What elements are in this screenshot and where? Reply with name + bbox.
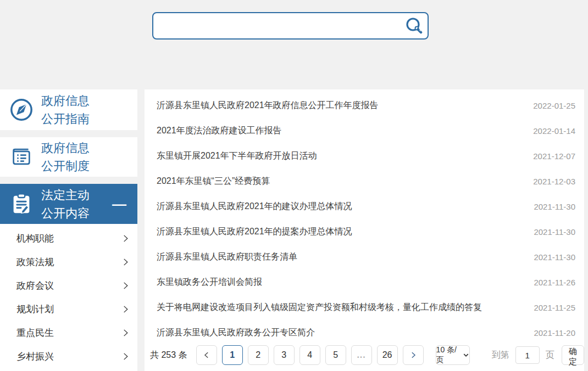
- article-date: 2021-12-07: [533, 151, 575, 161]
- sidebar-item-label: 政府信息 公开指南: [41, 92, 90, 128]
- search-input[interactable]: [153, 13, 401, 38]
- chevron-right-icon: [121, 282, 130, 290]
- clipboard-pencil-icon: [9, 192, 34, 217]
- article-list: 沂源县东里镇人民政府2021年政府信息公开工作年度报告 2022-01-25 2…: [145, 89, 584, 345]
- label-line-2: 公开内容: [41, 206, 90, 220]
- sidebar-item-planning[interactable]: 规划计划: [0, 297, 137, 321]
- page-size-select[interactable]: 10 条/页: [436, 345, 470, 365]
- page-size-label: 10 条/页: [436, 345, 459, 365]
- article-list-panel: 沂源县东里镇人民政府2021年政府信息公开工作年度报告 2022-01-25 2…: [145, 89, 584, 371]
- chevron-right-icon: [121, 305, 130, 313]
- article-date: 2021-12-03: [533, 177, 575, 186]
- list-item: 2021年度法治政府建设工作报告 2022-01-14: [145, 118, 584, 143]
- menu-item-label: 乡村振兴: [16, 350, 54, 363]
- collapse-indicator[interactable]: —: [112, 197, 126, 211]
- page-ellipsis-button[interactable]: ...: [351, 345, 372, 365]
- article-link[interactable]: 沂源县东里镇人民政府2021年政府信息公开工作年度报告: [157, 100, 526, 111]
- prev-page-button[interactable]: [196, 345, 217, 365]
- page-button-4[interactable]: 4: [299, 345, 320, 365]
- compass-icon: [9, 97, 34, 122]
- sidebar: 政府信息 公开指南 政府信息 公开制度 法定主动 公开内容: [0, 89, 137, 371]
- total-count-label: 共 253 条: [150, 350, 187, 361]
- pagination: 共 253 条 1 2 3 4 5 ... 26 10 条/页 到第 页 确定: [145, 340, 584, 370]
- next-page-button[interactable]: [403, 345, 424, 365]
- sidebar-submenu: 机构职能 政策法规 政府会议 规划计划 重点民生: [0, 224, 137, 371]
- list-item: 沂源县东里镇人民政府2021年的建议办理总体情况 2021-11-30: [145, 194, 584, 219]
- sidebar-item-label: 政府信息 公开制度: [41, 139, 90, 175]
- page-button-1[interactable]: 1: [222, 345, 243, 365]
- article-link[interactable]: 关于将电网建设改造项目列入镇级固定资产投资额和村级考核，量化工作成绩的答复: [157, 302, 527, 313]
- menu-item-label: 政策法规: [16, 256, 54, 268]
- article-link[interactable]: 沂源县东里镇人民政府政务公开专区简介: [157, 327, 527, 339]
- article-link[interactable]: 东里镇开展2021年下半年政府开放日活动: [157, 150, 526, 162]
- article-link[interactable]: 沂源县东里镇人民政府2021年的建议办理总体情况: [157, 201, 527, 212]
- article-link[interactable]: 东里镇政务公开培训会简报: [157, 277, 527, 288]
- chevron-right-icon: [121, 329, 130, 337]
- goto-page-prefix: 到第: [492, 350, 509, 361]
- page-button-5[interactable]: 5: [325, 345, 346, 365]
- article-date: 2021-11-30: [534, 227, 575, 237]
- sidebar-item-label: 法定主动 公开内容: [41, 186, 90, 222]
- sidebar-item-policies-regulations[interactable]: 政策法规: [0, 250, 137, 274]
- list-item: 沂源县东里镇人民政府职责任务清单 2021-11-30: [145, 244, 584, 269]
- chevron-right-icon: [409, 351, 417, 359]
- label-line-2: 公开指南: [41, 112, 90, 126]
- page-button-26[interactable]: 26: [377, 345, 398, 365]
- list-item: 2021年东里镇“三公”经费预算 2021-12-03: [145, 168, 584, 194]
- chevron-left-icon: [203, 351, 210, 359]
- sidebar-item-rural-revitalization[interactable]: 乡村振兴: [0, 345, 137, 368]
- article-date: 2022-01-14: [533, 126, 575, 136]
- chevron-right-icon: [121, 234, 130, 243]
- goto-page-suffix: 页: [546, 350, 554, 361]
- article-date: 2021-11-26: [534, 278, 575, 287]
- chevron-right-icon: [121, 258, 130, 266]
- article-date: 2021-11-20: [534, 328, 575, 338]
- list-item: 东里镇政务公开培训会简报 2021-11-26: [145, 269, 584, 295]
- confirm-button[interactable]: 确定: [562, 345, 584, 365]
- menu-item-label: 政府会议: [16, 279, 54, 292]
- sidebar-item-open-guide[interactable]: 政府信息 公开指南: [0, 89, 137, 130]
- search-icon: [405, 16, 424, 35]
- article-date: 2021-11-25: [534, 303, 575, 312]
- search-button[interactable]: [401, 13, 428, 38]
- chevron-down-icon: [463, 352, 469, 358]
- label-line-1: 法定主动: [41, 188, 90, 202]
- article-link[interactable]: 2021年东里镇“三公”经费预算: [157, 176, 526, 187]
- ledger-icon: [9, 144, 34, 170]
- article-date: 2022-01-25: [533, 101, 575, 110]
- sidebar-item-org-functions[interactable]: 机构职能: [0, 227, 137, 250]
- list-item: 沂源县东里镇人民政府2021年政府信息公开工作年度报告 2022-01-25: [145, 93, 584, 118]
- sidebar-item-open-system[interactable]: 政府信息 公开制度: [0, 137, 137, 177]
- label-line-2: 公开制度: [41, 159, 90, 173]
- page-button-3[interactable]: 3: [274, 345, 295, 365]
- list-item: 东里镇开展2021年下半年政府开放日活动 2021-12-07: [145, 143, 584, 168]
- page-button-2[interactable]: 2: [248, 345, 269, 365]
- article-link[interactable]: 沂源县东里镇人民政府2021年的提案办理总体情况: [157, 226, 527, 238]
- article-link[interactable]: 沂源县东里镇人民政府职责任务清单: [157, 251, 527, 263]
- list-item: 关于将电网建设改造项目列入镇级固定资产投资额和村级考核，量化工作成绩的答复 20…: [145, 295, 584, 320]
- list-item: 沂源县东里镇人民政府2021年的提案办理总体情况 2021-11-30: [145, 219, 584, 244]
- sidebar-item-government-meetings[interactable]: 政府会议: [0, 274, 137, 297]
- label-line-1: 政府信息: [41, 141, 90, 155]
- goto-page-input[interactable]: [515, 346, 540, 364]
- sidebar-item-key-livelihood[interactable]: 重点民生: [0, 321, 137, 345]
- article-link[interactable]: 2021年度法治政府建设工作报告: [157, 125, 526, 137]
- menu-item-label: 重点民生: [16, 327, 54, 339]
- article-date: 2021-11-30: [534, 252, 575, 262]
- menu-item-label: 机构职能: [16, 232, 54, 245]
- menu-item-label: 规划计划: [16, 303, 54, 316]
- label-line-1: 政府信息: [41, 94, 90, 108]
- search-box: [152, 12, 429, 40]
- article-date: 2021-11-30: [534, 202, 575, 211]
- chevron-right-icon: [121, 352, 130, 361]
- sidebar-item-statutory-disclosure[interactable]: 法定主动 公开内容 —: [0, 184, 137, 224]
